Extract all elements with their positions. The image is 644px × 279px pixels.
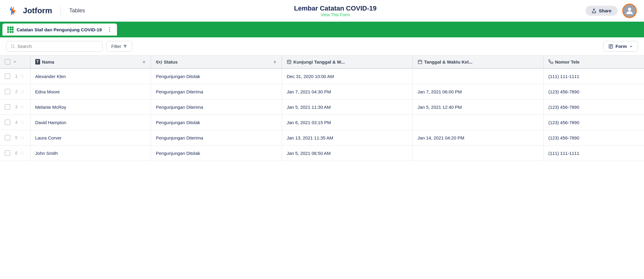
col-header-nomor-tele: Nomor Tele <box>543 55 644 68</box>
cell-status: Pengunjungan Diterima <box>151 84 282 99</box>
cell-tanggal-kel: Jan 14, 2021 04:20 PM <box>412 130 543 146</box>
row-meta: 2 ☆ <box>0 84 30 99</box>
cell-kunjungi: Jan 13, 2021 11:35 AM <box>282 130 412 146</box>
star-icon[interactable]: ☆ <box>20 104 25 110</box>
row-meta: 6 ☆ <box>0 146 30 161</box>
jotform-logo-icon <box>7 5 19 17</box>
table-row: 2 ☆ Edna Moore Pengunjungan Diterima Jan… <box>0 84 644 99</box>
cell-nomor-tele: (111) 111-1111 <box>543 146 644 161</box>
search-box <box>6 41 103 52</box>
cell-status: Pengunjungan Ditolak <box>151 115 282 130</box>
cell-kunjungi: Jan 5, 2021 06:50 AM <box>282 146 412 161</box>
form-button[interactable]: Form <box>603 41 638 52</box>
cell-nomor-tele: (123) 456-7890 <box>543 115 644 130</box>
filter-label: Filter <box>111 44 121 49</box>
pin-icon <box>142 60 146 64</box>
search-icon <box>11 44 15 49</box>
row-checkbox[interactable] <box>5 120 10 125</box>
cell-kunjungi: Jan 6, 2021 03:15 PM <box>282 115 412 130</box>
col-nama-label: Nama <box>42 59 54 64</box>
cell-kunjungi: Jan 5, 2021 11:30 AM <box>282 99 412 115</box>
row-checkbox[interactable] <box>5 150 10 156</box>
cell-tanggal-kel <box>412 68 543 84</box>
star-icon[interactable]: ☆ <box>20 150 25 156</box>
tab-bar: Catatan Staf dan Pengunjung COVID-19 ⋮ <box>0 22 644 37</box>
share-button[interactable]: Share <box>586 6 617 16</box>
table-container: T Nama f(x) Status <box>0 55 644 161</box>
tables-label: Tables <box>69 8 85 14</box>
toolbar-right: Form <box>603 41 638 52</box>
logo-text: Jotform <box>23 6 52 15</box>
cell-nama: Laura Corver <box>30 130 151 146</box>
form-icon <box>608 44 613 49</box>
search-input[interactable] <box>17 44 98 49</box>
select-all-checkbox[interactable] <box>5 59 10 64</box>
chevron-down-icon[interactable] <box>13 60 17 64</box>
cell-nama: Melanie McRoy <box>30 99 151 115</box>
star-icon[interactable]: ☆ <box>20 119 25 126</box>
cell-tanggal-kel <box>412 146 543 161</box>
page-title: Lembar Catatan COVID-19 <box>85 5 586 12</box>
svg-point-4 <box>628 8 631 11</box>
toolbar: Filter Form <box>0 37 644 55</box>
cell-nomor-tele: (123) 456-7890 <box>543 84 644 99</box>
row-meta: 1 ☆ <box>0 68 30 84</box>
row-meta: 5 ☆ <box>0 130 30 146</box>
col-kunjungi-label: Kunjungi Tanggal & W... <box>293 59 345 64</box>
table-body: 1 ☆ Alexander Klen Pengunjungan Ditolak … <box>0 68 644 161</box>
type-icon-text: T <box>35 59 40 64</box>
cell-status: Pengunjungan Ditolak <box>151 68 282 84</box>
table-header-row: T Nama f(x) Status <box>0 55 644 68</box>
cell-tanggal-kel <box>412 115 543 130</box>
form-label: Form <box>616 44 627 49</box>
view-form-link[interactable]: View This Form <box>85 12 586 17</box>
svg-rect-16 <box>418 60 422 64</box>
col-status-label: Status <box>164 59 178 64</box>
row-checkbox[interactable] <box>5 74 10 79</box>
svg-marker-6 <box>124 45 127 48</box>
share-label: Share <box>599 8 611 13</box>
row-checkbox[interactable] <box>5 89 10 94</box>
calendar-icon <box>418 59 422 64</box>
tab-covid[interactable]: Catatan Staf dan Pengunjung COVID-19 ⋮ <box>2 24 117 36</box>
table-row: 3 ☆ Melanie McRoy Pengunjungan Diterima … <box>0 99 644 115</box>
tab-label: Catatan Staf dan Pengunjung COVID-19 <box>17 27 102 32</box>
tab-more-icon[interactable]: ⋮ <box>107 26 112 33</box>
star-icon[interactable]: ☆ <box>20 88 25 95</box>
header: Jotform Tables Lembar Catatan COVID-19 V… <box>0 0 644 22</box>
cell-nama: Alexander Klen <box>30 68 151 84</box>
row-num: 6 <box>13 151 17 155</box>
filter-button[interactable]: Filter <box>106 41 132 52</box>
cell-nama: Edna Moore <box>30 84 151 99</box>
table-row: 1 ☆ Alexander Klen Pengunjungan Ditolak … <box>0 68 644 84</box>
row-checkbox[interactable] <box>5 104 10 110</box>
type-icon-fx: f(x) <box>156 60 162 64</box>
table-row: 5 ☆ Laura Corver Pengunjungan Diterima J… <box>0 130 644 146</box>
svg-text:10: 10 <box>288 62 290 64</box>
header-actions: Share <box>586 4 637 18</box>
logo-area: Jotform Tables <box>7 5 85 17</box>
cell-nomor-tele: (123) 456-7890 <box>543 130 644 146</box>
col-header-status: f(x) Status <box>151 55 282 68</box>
cell-kunjungi: Dec 31, 2020 10:00 AM <box>282 68 412 84</box>
cell-status: Pengunjungan Diterima <box>151 130 282 146</box>
filter-icon <box>123 44 127 49</box>
cell-status: Pengunjungan Ditolak <box>151 146 282 161</box>
cell-tanggal-kel: Jan 5, 2021 12:40 PM <box>412 99 543 115</box>
grid-icon <box>7 27 14 33</box>
star-icon[interactable]: ☆ <box>20 73 25 80</box>
calendar-icon: 10 <box>287 59 292 64</box>
star-icon[interactable]: ☆ <box>20 134 25 141</box>
cell-tanggal-kel: Jan 7, 2021 06:00 PM <box>412 84 543 99</box>
row-num: 5 <box>13 135 17 140</box>
cell-kunjungi: Jan 7, 2021 04:30 PM <box>282 84 412 99</box>
row-meta: 4 ☆ <box>0 115 30 130</box>
col-nomor-tele-label: Nomor Tele <box>555 59 579 64</box>
avatar[interactable] <box>622 4 637 18</box>
cell-nomor-tele: (123) 456-7890 <box>543 99 644 115</box>
col-tanggal-kel-label: Tanggal & Waktu Kel... <box>424 59 472 64</box>
row-checkbox[interactable] <box>5 135 10 140</box>
row-num: 1 <box>13 74 17 79</box>
header-divider <box>61 6 61 15</box>
col-header-check <box>0 55 30 68</box>
